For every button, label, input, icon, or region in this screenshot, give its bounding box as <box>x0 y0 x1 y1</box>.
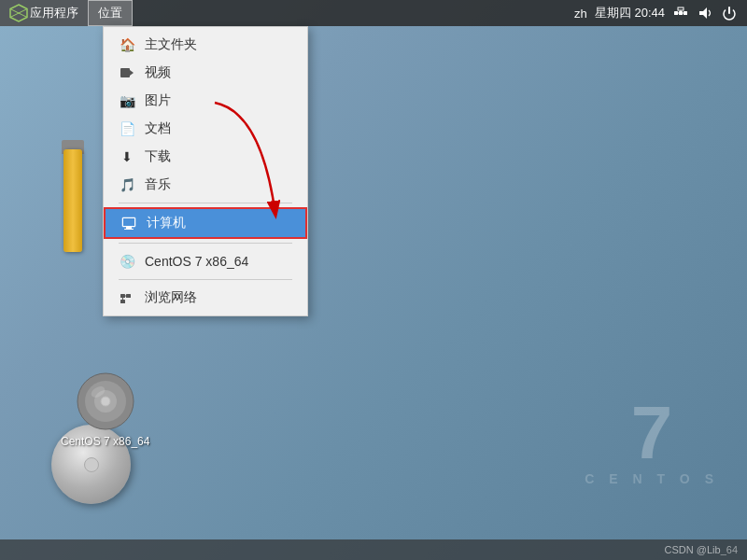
menu-separator-1 <box>119 203 292 203</box>
svg-rect-23 <box>126 294 131 298</box>
menu-item-picture[interactable]: 📷 图片 <box>104 87 307 115</box>
home-icon: 🏠 <box>119 36 135 53</box>
menu-item-computer[interactable]: 计算机 <box>104 207 307 239</box>
computer-svg-icon <box>121 216 136 231</box>
watermark-number: 7 <box>585 396 719 470</box>
network-browse-svg-icon <box>120 290 134 305</box>
computer-icon <box>120 215 137 231</box>
svg-point-3 <box>101 397 110 406</box>
menu-label-centos: CentOS 7 x86_64 <box>145 254 248 269</box>
menu-label-document: 文档 <box>145 120 171 137</box>
menu-item-music[interactable]: 🎵 音乐 <box>104 171 307 199</box>
centos-watermark: 7 C E N T O S <box>585 396 719 485</box>
music-icon: 🎵 <box>119 176 135 193</box>
menu-label-picture: 图片 <box>145 92 171 109</box>
taskbar-right: zh 星期四 20:44 <box>574 5 747 21</box>
desktop-icon-centos[interactable]: CentOS 7 x86_64 <box>61 371 149 448</box>
svg-marker-17 <box>130 70 134 76</box>
datetime-display: 星期四 20:44 <box>595 5 665 21</box>
volume-svg-icon <box>697 5 713 21</box>
network-browse-icon <box>119 289 135 306</box>
disc-icon: 💿 <box>119 253 135 270</box>
centos-disc-icon <box>76 371 135 431</box>
network-svg-icon <box>672 5 689 21</box>
volume-icon[interactable] <box>697 5 713 21</box>
svg-rect-9 <box>679 11 683 15</box>
watermark-text: C E N T O S <box>585 472 719 485</box>
svg-rect-19 <box>123 218 134 226</box>
svg-marker-15 <box>699 7 707 19</box>
picture-icon: 📷 <box>119 92 135 109</box>
menu-item-video[interactable]: 视频 <box>104 59 307 87</box>
menu-label-home: 主文件夹 <box>145 36 197 53</box>
menu-label-computer: 计算机 <box>147 215 186 231</box>
svg-rect-13 <box>678 7 684 10</box>
network-icon[interactable] <box>672 5 689 21</box>
svg-rect-16 <box>120 68 130 77</box>
svg-rect-22 <box>120 294 125 298</box>
bottom-status-bar: CSDN @Lib _64 <box>0 539 747 560</box>
language-indicator[interactable]: zh <box>574 7 587 21</box>
power-svg-icon <box>721 5 738 21</box>
menu-item-document[interactable]: 📄 文档 <box>104 115 307 143</box>
taskbar-location-button[interactable]: 位置 <box>88 0 133 26</box>
bottom-credit-suffix: _64 <box>721 544 738 555</box>
taskbar: 应用程序 位置 zh 星期四 20:44 <box>0 0 747 26</box>
apps-label: 应用程序 <box>30 5 78 21</box>
menu-label-network: 浏览网络 <box>145 289 197 306</box>
video-svg-icon <box>120 65 134 80</box>
desktop-icon-label: CentOS 7 x86_64 <box>61 435 149 448</box>
menu-item-centos[interactable]: 💿 CentOS 7 x86_64 <box>104 247 307 275</box>
centos-logo-icon <box>9 4 28 22</box>
menu-label-music: 音乐 <box>145 176 171 193</box>
svg-rect-20 <box>126 227 132 229</box>
video-icon <box>119 64 135 81</box>
svg-rect-10 <box>684 11 687 15</box>
desktop: 7 C E N T O S CentOS 7 x86_64 应用 <box>0 0 747 560</box>
taskbar-left: 应用程序 位置 <box>0 0 133 26</box>
download-icon: ⬇ <box>119 148 135 165</box>
usb-stick <box>63 149 82 252</box>
menu-label-video: 视频 <box>145 64 171 81</box>
document-icon: 📄 <box>119 120 135 137</box>
menu-separator-3 <box>119 279 292 280</box>
location-label: 位置 <box>98 5 122 21</box>
menu-label-download: 下载 <box>145 148 171 165</box>
taskbar-apps-button[interactable]: 应用程序 <box>0 0 88 26</box>
menu-item-download[interactable]: ⬇ 下载 <box>104 143 307 171</box>
svg-rect-21 <box>124 229 134 230</box>
power-icon[interactable] <box>721 5 738 21</box>
menu-separator-2 <box>119 243 292 244</box>
menu-item-home[interactable]: 🏠 主文件夹 <box>104 31 307 59</box>
svg-rect-24 <box>120 300 125 303</box>
location-dropdown-menu: 🏠 主文件夹 视频 📷 图片 📄 文档 ⬇ 下载 <box>103 26 308 316</box>
menu-item-network[interactable]: 浏览网络 <box>104 284 307 312</box>
bottom-credit: CSDN @Lib <box>665 544 721 555</box>
